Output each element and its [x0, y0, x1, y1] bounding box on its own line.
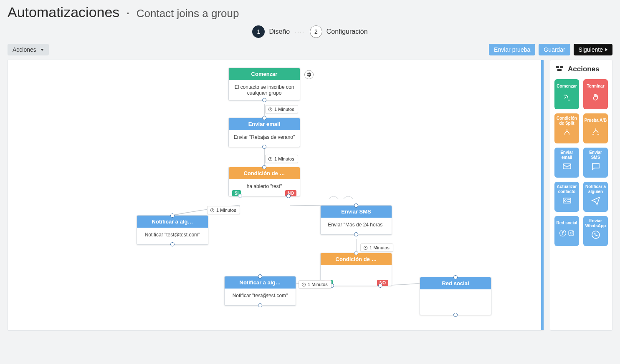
- whatsapp-icon: [591, 230, 601, 240]
- svg-rect-5: [556, 66, 559, 68]
- clock-icon: [363, 246, 368, 250]
- clock-icon: [268, 157, 273, 161]
- send-test-button[interactable]: Enviar prueba: [489, 44, 535, 55]
- port-out[interactable]: [170, 242, 175, 246]
- svg-point-14: [572, 231, 573, 232]
- node-condition-split[interactable]: Condición de … ha abierto "test" SI NO: [228, 167, 300, 196]
- step-label: Diseño: [269, 28, 290, 35]
- id-card-icon: [562, 196, 572, 206]
- node-notify[interactable]: Notificar a alg… Notificar "test@test.co…: [137, 215, 208, 245]
- separator-dot: ·: [126, 4, 130, 20]
- svg-point-10: [564, 200, 566, 201]
- port-out[interactable]: [262, 145, 266, 149]
- instagram-icon: [567, 229, 575, 237]
- palette-item-condition[interactable]: Condición de Split: [554, 113, 579, 143]
- svg-point-15: [592, 231, 600, 238]
- stepper: 1 Diseño ···· 2 Configuración: [8, 25, 612, 38]
- palette-item-abtest[interactable]: Prueba A/B: [583, 113, 608, 143]
- actions-label: Acciones: [13, 46, 36, 53]
- step-design[interactable]: 1 Diseño: [252, 25, 290, 38]
- svg-rect-6: [560, 66, 563, 68]
- node-send-email[interactable]: Enviar email Enviar "Rebajas de verano": [228, 118, 300, 147]
- node-body: Enviar "Más de 24 horas": [321, 218, 392, 234]
- palette-item-social[interactable]: Red social: [554, 216, 579, 246]
- port-in[interactable]: [258, 274, 262, 279]
- step-number: 2: [310, 25, 322, 38]
- delay-label: 1 Minutos: [369, 245, 390, 250]
- page-title-main: Automatizaciones: [8, 4, 119, 20]
- chat-icon: [591, 161, 601, 171]
- next-button[interactable]: Siguiente: [574, 44, 612, 55]
- node-body: El contacto se inscribe con cualquier gr…: [229, 80, 300, 100]
- delay-badge[interactable]: 1 Minutos: [265, 155, 298, 163]
- delay-badge[interactable]: 1 Minutos: [299, 280, 332, 289]
- delay-label: 1 Minutos: [274, 156, 294, 161]
- caret-down-icon: [40, 49, 44, 51]
- palette-title: Acciones: [568, 65, 600, 73]
- clock-icon: [268, 107, 273, 112]
- palette-item-notify[interactable]: Notificar a alguien: [583, 182, 608, 212]
- svg-point-13: [570, 232, 572, 234]
- facebook-icon: [559, 229, 567, 237]
- flow-canvas[interactable]: Comenzar El contacto se inscribe con cua…: [8, 60, 544, 331]
- palette-item-email[interactable]: Enviar email: [554, 148, 579, 178]
- port-in[interactable]: [354, 203, 358, 208]
- node-notify[interactable]: Notificar a alg… Notificar "test@test.co…: [224, 276, 296, 306]
- clock-icon: [301, 282, 306, 287]
- delay-label: 1 Minutos: [308, 282, 328, 287]
- port-no[interactable]: [286, 194, 291, 198]
- port-no[interactable]: [378, 284, 382, 288]
- port-yes[interactable]: [238, 194, 242, 198]
- node-send-sms[interactable]: Enviar SMS Enviar "Más de 24 horas": [320, 205, 392, 235]
- step-label: Configuración: [326, 28, 368, 35]
- delay-badge[interactable]: 1 Minutos: [265, 105, 298, 113]
- port-in[interactable]: [262, 116, 266, 120]
- node-settings-button[interactable]: [304, 70, 314, 79]
- node-body: [321, 265, 392, 282]
- port-in[interactable]: [262, 165, 266, 169]
- save-button[interactable]: Guardar: [539, 44, 570, 55]
- ab-test-icon: [591, 127, 601, 137]
- flow-start-icon: [562, 93, 572, 103]
- gear-icon: [306, 72, 312, 78]
- port-out[interactable]: [354, 232, 358, 236]
- svg-rect-7: [557, 69, 562, 71]
- delay-label: 1 Minutos: [216, 208, 236, 213]
- palette-item-whatsapp[interactable]: Enviar WhatsApp: [583, 216, 608, 246]
- node-body: Notificar "test@test.com": [225, 289, 296, 305]
- page-title-sub: Contact joins a group: [137, 7, 239, 20]
- blocks-icon: [554, 64, 564, 74]
- action-palette: Acciones Comenzar Terminar Condición de …: [550, 60, 612, 331]
- step-dots: ····: [295, 28, 305, 35]
- delay-badge[interactable]: 1 Minutos: [207, 206, 240, 214]
- port-in[interactable]: [170, 213, 175, 218]
- port-in[interactable]: [354, 251, 358, 255]
- node-body: [420, 289, 491, 306]
- palette-item-sms[interactable]: Enviar SMS: [583, 148, 608, 178]
- delay-label: 1 Minutos: [274, 107, 294, 112]
- node-body: Enviar "Rebajas de verano": [229, 130, 300, 147]
- toolbar: Acciones Enviar prueba Guardar Siguiente: [8, 44, 612, 55]
- palette-item-update-contact[interactable]: Actualizar contacto: [554, 182, 579, 212]
- port-out[interactable]: [258, 303, 262, 307]
- palette-item-end[interactable]: Terminar: [583, 79, 608, 109]
- delay-badge[interactable]: 1 Minutos: [360, 244, 393, 252]
- port-in[interactable]: [453, 275, 458, 279]
- palette-item-start[interactable]: Comenzar: [554, 79, 579, 109]
- chevron-right-icon: [605, 48, 607, 51]
- port-out[interactable]: [262, 98, 266, 102]
- port-out[interactable]: [453, 313, 458, 317]
- step-config[interactable]: 2 Configuración: [310, 25, 368, 38]
- actions-dropdown[interactable]: Acciones: [8, 44, 49, 55]
- node-start[interactable]: Comenzar El contacto se inscribe con cua…: [228, 68, 300, 100]
- workspace: Comenzar El contacto se inscribe con cua…: [8, 60, 612, 331]
- step-number: 1: [252, 25, 265, 38]
- split-icon: [562, 127, 572, 137]
- paper-plane-icon: [591, 196, 601, 206]
- node-social[interactable]: Red social: [420, 277, 491, 315]
- page-title: Automatizaciones · Contact joins a group: [8, 4, 612, 20]
- palette-header: Acciones: [554, 64, 608, 74]
- stop-hand-icon: [591, 93, 601, 103]
- envelope-icon: [562, 161, 572, 171]
- clock-icon: [210, 208, 215, 213]
